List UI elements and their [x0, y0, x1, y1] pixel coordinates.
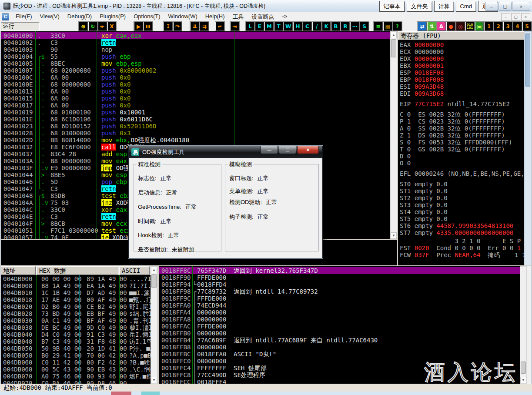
- disasm-row[interactable]: 00401013│.6A 00push 0x0: [1, 88, 390, 95]
- patches-window-button[interactable]: /: [312, 22, 321, 31]
- menu-item[interactable]: Options(T): [130, 12, 164, 22]
- register-line[interactable]: FST 0020 Cond 0 0 0 0 Err 0 0 1 0 0 0 0 …: [398, 244, 524, 251]
- stack-row[interactable]: 0018FF94└0018FFD4: [159, 281, 520, 288]
- dump-row[interactable]: 004DB038DE BC 49 009D C0 49 00藜I.澅I.: [1, 324, 151, 331]
- dump-row[interactable]: 004DB0300A C1 49 00BF AF 49 00.胄.刊I.: [1, 317, 151, 324]
- menu-item[interactable]: Help(H): [201, 12, 229, 22]
- binary-button[interactable]: 010 101: [465, 22, 475, 31]
- dump-row[interactable]: 004DB0101C 1B 49 00D7 AD 49 00■■I.篆I.: [1, 289, 151, 296]
- stack-row[interactable]: 0018FF98┌77C89732返回到 ntdll_14.77C89732: [159, 288, 520, 295]
- menu-item[interactable]: File(F): [12, 12, 36, 22]
- threads-window-button[interactable]: T: [274, 22, 283, 31]
- go-to-button[interactable]: ⇥: [230, 22, 239, 31]
- stack-row[interactable]: 0018FFB8│00000000: [159, 344, 520, 351]
- dump-row[interactable]: 004DB020D2 B0 49 00CE B2 49 00野I.尾I.: [1, 303, 151, 310]
- disasm-row[interactable]: 00401028│.68 03000000push 0x3: [1, 130, 390, 137]
- dialog-maximize-button[interactable]: ▢: [279, 146, 296, 154]
- plugin-1-button[interactable]: 1: [484, 22, 493, 31]
- animate-into-button[interactable]: ⇊: [190, 22, 199, 31]
- register-line[interactable]: EFL 00000246 (NO,NB,E,BE,NS,PE,GE,LE): [398, 170, 524, 177]
- register-line[interactable]: ST4 empty 0.0: [398, 208, 524, 215]
- run-button[interactable]: ▶: [134, 22, 143, 31]
- register-line[interactable]: EBP 0018F008: [398, 76, 524, 83]
- register-line[interactable]: C 0 ES 002B 32位 0(FFFFFFFF): [398, 111, 524, 118]
- minimize-button[interactable]: –: [485, 2, 498, 11]
- dump-row[interactable]: 004DB06800 5C 43 0090 EB 43 00.\C.悄C.: [1, 366, 151, 373]
- dump-row[interactable]: 004DB05050 9B 40 0020 1D 41 00P汙. ■A.: [1, 345, 151, 352]
- step-back-button[interactable]: ↞: [98, 22, 107, 31]
- titlebar-tool-button[interactable]: 文件夹: [407, 1, 432, 12]
- registers-pane[interactable]: EAX 00000000ECX 00000000EDX 00000000EBX …: [398, 40, 524, 265]
- disasm-row[interactable]: 00401023│.68 6D1D0152push 0x52011D6D: [1, 123, 390, 130]
- assemble-button[interactable]: A: [437, 22, 446, 31]
- dump-row[interactable]: 004DB058B0 29 41 0070 06 42 00?A.p■B.: [1, 352, 151, 359]
- dump-row[interactable]: 004DB01817 AE 49 0000 AF 49 00■甄..疔.: [1, 296, 151, 303]
- open-button[interactable]: ⊕: [79, 22, 88, 31]
- stack-row[interactable]: 0018FFA0│74ECD944: [159, 302, 520, 309]
- register-line[interactable]: ST5 empty 0.0: [398, 215, 524, 222]
- disassembly-scrollbar[interactable]: ▲ ▼: [390, 31, 397, 239]
- step-into-button[interactable]: ↧: [164, 22, 173, 31]
- titlebar-tool-button[interactable]: 计算: [434, 1, 454, 12]
- stack-row[interactable]: 0018FF9C│FFFDE000: [159, 295, 520, 302]
- disasm-row[interactable]: 0040101E│.68 6C1D0106push 0x6011D6C: [1, 116, 390, 123]
- appearance-grid-button[interactable]: ▦: [383, 22, 392, 31]
- disasm-row[interactable]: 00401017│.6A 00push 0x0: [1, 102, 390, 109]
- mdi-minimize-button[interactable]: –: [501, 13, 510, 21]
- mdi-close-button[interactable]: ×: [521, 13, 530, 21]
- register-line[interactable]: EAX 00000000: [398, 41, 524, 48]
- menu-item[interactable]: ->: [278, 12, 291, 22]
- maximize-button[interactable]: ▢: [499, 2, 512, 11]
- scroll-down-arrow[interactable]: ▼: [520, 377, 526, 383]
- scroll-down-arrow[interactable]: ▼: [151, 377, 157, 383]
- register-line[interactable]: A 0 SS 002B 32位 0(FFFFFFFF): [398, 125, 524, 132]
- register-line[interactable]: ST3 empty 0.0: [398, 201, 524, 208]
- record-button[interactable]: ●: [446, 22, 455, 31]
- execute-till-return-button[interactable]: ↵: [215, 22, 224, 31]
- dump-header-hex[interactable]: HEX 数据: [37, 266, 118, 275]
- dump-row[interactable]: 004DB02873 BD 49 00EB BF 49 00s绌.肟I.: [1, 310, 151, 317]
- close-button[interactable]: ×: [512, 2, 530, 11]
- handles-window-button[interactable]: H: [293, 22, 302, 31]
- menu-item[interactable]: View(V): [36, 12, 64, 22]
- restart-button[interactable]: ↻: [88, 22, 97, 31]
- stack-row[interactable]: 0018FFB0│00000000: [159, 330, 520, 337]
- scroll-thumb[interactable]: [525, 33, 530, 87]
- close-process-button[interactable]: X: [107, 22, 117, 31]
- register-line[interactable]: ST0 empty 0.0: [398, 181, 524, 187]
- dump-header-ascii[interactable]: ASCII: [119, 266, 150, 275]
- disasm-row[interactable]: 00401000.33C0xor eax,eax: [1, 32, 390, 39]
- menu-item[interactable]: Window(W): [164, 12, 201, 22]
- register-line[interactable]: EDI 009A3D68: [398, 90, 524, 97]
- register-line[interactable]: P 1 CS 0023 32位 0(FFFFFFFF): [398, 118, 524, 125]
- dump-row[interactable]: 004DB048B7 C3 49 0031 F8 48 00访I.1鸟.: [1, 338, 151, 345]
- plugin-2-button[interactable]: 2: [494, 22, 503, 31]
- register-line[interactable]: EDX 00000000: [398, 55, 524, 62]
- breakpoints-window-button[interactable]: B: [331, 22, 340, 31]
- help-button[interactable]: ?: [393, 22, 402, 31]
- dialog-titlebar[interactable]: 易 OD强度检测工具 — ▢ ✕: [129, 146, 322, 158]
- log-window-button[interactable]: L: [246, 22, 255, 31]
- scroll-down-arrow[interactable]: ▼: [391, 232, 397, 239]
- dialog-minimize-button[interactable]: —: [261, 146, 278, 154]
- pause-button[interactable]: ▮▮: [144, 22, 153, 31]
- register-line[interactable]: O 0: [398, 160, 524, 167]
- target-button[interactable]: ◎: [456, 22, 465, 31]
- titlebar-tool-button[interactable]: Cmd: [456, 1, 476, 12]
- stack-row[interactable]: 0018FFA8│00000000: [159, 316, 520, 323]
- mdi-restore-button[interactable]: ▢: [511, 13, 520, 21]
- scroll-thumb[interactable]: [521, 362, 526, 374]
- run-trace-window-button[interactable]: ⋯: [350, 22, 359, 31]
- register-line[interactable]: 3 2 1 0 E S P U O Z D I: [398, 238, 524, 244]
- dump-row[interactable]: 004DB008B8 1A 49 00EA 1A 49 00?I.?I..: [1, 282, 151, 289]
- disasm-row[interactable]: 00401019│.68 01000100push 0x10001: [1, 109, 390, 116]
- menu-item[interactable]: Plugins(P): [96, 12, 130, 22]
- disasm-row[interactable]: 0040100C│.6A 00push 0x0: [1, 74, 390, 81]
- dump-scrollbar[interactable]: ▲ ▼: [151, 266, 157, 384]
- registers-scrollbar[interactable]: [524, 31, 531, 265]
- cpu-window-button[interactable]: C: [303, 22, 312, 31]
- dump-row[interactable]: 004DB070A0 75 46 0080 93 46 00燃F.■摀.: [1, 373, 151, 380]
- stack-row[interactable]: 0018FFA4│00000000: [159, 309, 520, 316]
- stack-row[interactable]: 0018FFAC│FFFDE000: [159, 323, 520, 330]
- register-line[interactable]: T 0 GS 002B 32位 0(FFFFFFFF): [398, 146, 524, 153]
